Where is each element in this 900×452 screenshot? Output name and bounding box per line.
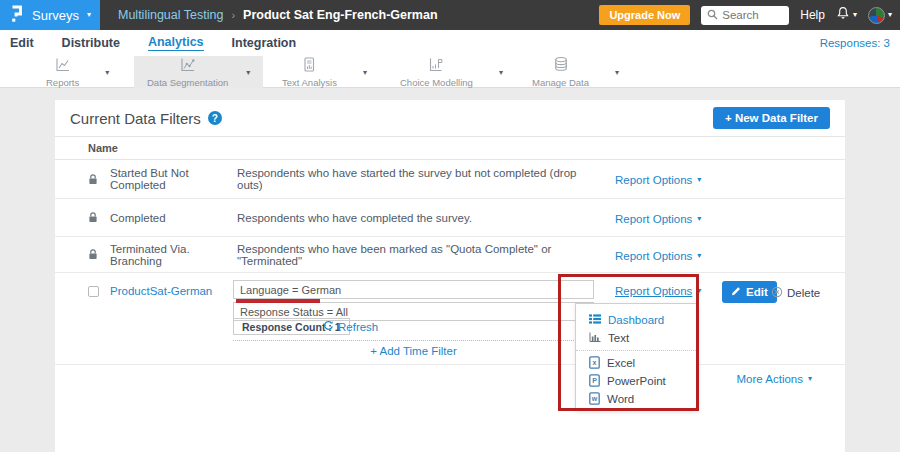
chevron-down-icon[interactable]: ▾ — [246, 68, 250, 77]
new-data-filter-button[interactable]: + New Data Filter — [713, 107, 830, 129]
report-options-link[interactable]: Report Options ▾ — [615, 285, 701, 297]
tab-distribute[interactable]: Distribute — [62, 36, 120, 50]
data-filters-card: Current Data Filters ? + New Data Filter… — [55, 100, 845, 452]
table-row-active-filter: ProductSat-German Response Count : 1 Ref… — [55, 273, 845, 365]
criteria-language-input[interactable] — [233, 280, 594, 299]
table-row: Completed Respondents who have completed… — [55, 199, 845, 237]
chevron-down-icon[interactable]: ▾ — [499, 68, 503, 77]
chevron-down-icon: ▾ — [697, 215, 701, 223]
toolbar-item-label: Data Segmentation — [147, 77, 228, 88]
tab-integration[interactable]: Integration — [232, 36, 297, 50]
top-bar: Surveys ▾ Multilingual Testing › Product… — [0, 0, 900, 30]
report-options-dropdown: Dashboard Text x Excel P — [575, 303, 697, 410]
circle-x-icon — [771, 286, 783, 300]
table-row: Started But Not Completed Respondents wh… — [55, 160, 845, 199]
report-options-link[interactable]: Report Options▾ — [615, 250, 701, 262]
menu-item-text[interactable]: Text — [576, 329, 696, 347]
chevron-down-icon[interactable]: ▾ — [615, 68, 619, 77]
upgrade-now-button[interactable]: Upgrade Now — [599, 5, 690, 25]
more-actions-link[interactable]: More Actions ▾ — [737, 373, 813, 385]
filter-description: Respondents who have completed the surve… — [237, 212, 615, 224]
surveys-menu-label: Surveys — [32, 8, 79, 23]
breadcrumb-survey-title: Product Sat Eng-French-German — [243, 8, 437, 22]
menu-item-excel[interactable]: x Excel — [576, 354, 696, 372]
menu-item-word[interactable]: w Word — [576, 390, 696, 408]
toolbar-item-label: Choice Modelling — [400, 77, 473, 88]
avatar — [868, 7, 885, 24]
chevron-down-icon: ▾ — [697, 252, 701, 260]
filter-name: Terminated Via. Branching — [110, 243, 237, 267]
filter-name-link[interactable]: ProductSat-German — [110, 285, 212, 297]
notifications-button[interactable]: ▾ — [836, 6, 857, 24]
toolbar-item-choice-modelling[interactable]: Choice Modelling ▾ — [400, 56, 503, 88]
topbar-actions: Upgrade Now Help ▾ ▾ — [599, 5, 900, 25]
edit-button[interactable]: Edit — [722, 281, 777, 303]
page-title: Current Data Filters — [70, 110, 201, 127]
breadcrumb-folder[interactable]: Multilingual Testing — [118, 8, 223, 22]
chevron-down-icon[interactable]: ▾ — [363, 68, 367, 77]
filter-description: Respondents who have been marked as "Quo… — [237, 243, 615, 267]
analytics-toolbar: Reports ▾ Data Segmentation ▾ Text Analy… — [0, 56, 900, 88]
word-file-icon: w — [589, 392, 600, 407]
toolbar-item-data-segmentation[interactable]: Data Segmentation ▾ — [134, 56, 263, 88]
line-chart-icon — [55, 57, 71, 76]
search-icon — [707, 6, 718, 24]
svg-text:P: P — [592, 377, 597, 384]
document-chart-icon — [301, 57, 317, 76]
database-icon — [553, 56, 569, 76]
search-box[interactable] — [701, 6, 789, 25]
chevron-down-icon: ▾ — [808, 375, 812, 383]
annotation-underline — [236, 299, 320, 303]
filter-description: Respondents who have started the survey … — [237, 167, 615, 191]
help-link[interactable]: Help — [800, 8, 825, 22]
card-footer: More Actions ▾ — [55, 365, 845, 409]
filter-checkbox[interactable] — [88, 286, 99, 297]
name-column-header: Name — [88, 142, 118, 154]
toolbar-item-manage-data[interactable]: Manage Data ▾ — [532, 56, 619, 88]
powerpoint-file-icon: P — [589, 374, 600, 389]
survey-nav: Edit Distribute Analytics Integration Re… — [0, 30, 900, 56]
toolbar-item-text-analysis[interactable]: Text Analysis ▾ — [282, 56, 367, 88]
refresh-icon — [323, 320, 334, 333]
toolbar-item-reports[interactable]: Reports ▾ — [46, 56, 109, 88]
tab-analytics[interactable]: Analytics — [148, 35, 204, 51]
dashboard-grid-icon — [589, 314, 601, 326]
chevron-down-icon: ▾ — [853, 11, 857, 19]
filter-name: Completed — [110, 212, 237, 224]
lock-icon — [88, 212, 110, 223]
surveys-menu[interactable]: Surveys ▾ — [0, 0, 100, 30]
account-menu[interactable]: ▾ — [868, 7, 892, 24]
chevron-down-icon: ▾ — [697, 176, 701, 184]
table-header: Name — [55, 137, 845, 160]
svg-text:x: x — [593, 359, 597, 366]
toolbar-item-label: Reports — [46, 77, 79, 88]
toolbar-item-label: Text Analysis — [282, 77, 337, 88]
app-screen: Surveys ▾ Multilingual Testing › Product… — [0, 0, 900, 452]
bar-chart-icon — [589, 332, 601, 344]
table-row: Terminated Via. Branching Respondents wh… — [55, 237, 845, 273]
chevron-down-icon: ▾ — [697, 287, 701, 295]
excel-file-icon: x — [589, 356, 600, 371]
delete-link[interactable]: Delete — [771, 286, 820, 300]
chevron-down-icon: ▾ — [87, 11, 91, 19]
menu-divider — [576, 350, 696, 351]
add-time-filter-link[interactable]: + Add Time Filter — [233, 345, 594, 357]
questionpro-logo-icon — [9, 4, 24, 27]
flag-chart-icon — [428, 57, 444, 76]
scatter-chart-icon — [180, 57, 196, 76]
filter-name: Started But Not Completed — [110, 167, 237, 191]
help-badge-icon[interactable]: ? — [208, 111, 222, 125]
report-options-link[interactable]: Report Options▾ — [615, 174, 701, 186]
report-options-link[interactable]: Report Options▾ — [615, 213, 701, 225]
pencil-icon — [731, 286, 741, 298]
menu-item-powerpoint[interactable]: P PowerPoint — [576, 372, 696, 390]
card-header: Current Data Filters ? + New Data Filter — [55, 100, 845, 137]
refresh-link[interactable]: Refresh — [323, 320, 378, 333]
breadcrumb-separator: › — [231, 9, 235, 21]
menu-item-dashboard[interactable]: Dashboard — [576, 311, 696, 329]
search-input[interactable] — [722, 9, 784, 21]
lock-icon — [88, 249, 110, 260]
chevron-down-icon[interactable]: ▾ — [105, 68, 109, 77]
tab-edit[interactable]: Edit — [10, 36, 34, 50]
responses-count[interactable]: Responses: 3 — [820, 37, 890, 49]
